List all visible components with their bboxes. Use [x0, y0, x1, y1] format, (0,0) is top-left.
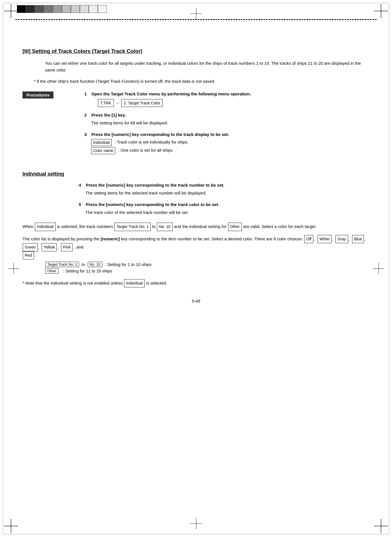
inline-other-key: Other	[228, 223, 242, 231]
inline1-post: and the individual setting for	[174, 224, 228, 229]
track-row1-key1: Target Track No. 1	[45, 262, 79, 267]
individual-key: Individual	[91, 139, 112, 146]
final-note-end: is selected.	[146, 281, 167, 285]
step-2-num: 2	[84, 113, 87, 117]
step-2-desc: The setting items for All will be displa…	[91, 120, 251, 126]
inline-target-track-key: Target Track No. 1	[114, 223, 150, 231]
step-5-body: The track color of the selected track nu…	[85, 209, 370, 216]
intro-text: You can set either one track color for a…	[45, 60, 370, 73]
step-3-text: Press the [numeric] key corresponding to…	[91, 132, 229, 137]
step-1-header: 1 Open the Target Track Color menu by pe…	[84, 91, 251, 96]
track-row1-to: to	[82, 262, 85, 267]
track-table: Target Track No. 1 to No. 10 : Setting f…	[45, 262, 370, 274]
ttrk-menu-box: T.TRK	[98, 99, 114, 107]
step-5-header: 5 Press the [numeric] key corresponding …	[79, 202, 370, 207]
step-5-text: Press the [numeric] key corresponding to…	[86, 202, 219, 207]
color-period: .	[35, 253, 37, 258]
colorname-text: : One color is set for all ships.	[118, 147, 174, 154]
inline-no10-key: No. 10	[157, 223, 172, 231]
procedures-block: Procedures 1 Open the Target Track Color…	[22, 91, 370, 160]
track-row2-key: Other	[45, 268, 58, 274]
step-1-text: Open the Target Track Color menu by perf…	[91, 91, 251, 96]
left-center-crosshair	[8, 263, 19, 274]
individual-setting-title: Individual setting	[22, 171, 370, 177]
step-1-body: T.TRK → 2. Target Track Color	[91, 99, 251, 107]
step-4-header: 4 Press the [numeric] key corresponding …	[79, 183, 370, 187]
corner-mark-br	[374, 519, 388, 533]
step-3-header: 3 Press the [numeric] key corresponding …	[84, 132, 251, 137]
final-individual-key: Individual	[124, 279, 145, 287]
color-choices-para: The color list is displayed by pressing …	[22, 235, 370, 260]
bottom-center-crosshair	[190, 518, 202, 529]
step-4-num: 4	[79, 183, 81, 187]
top-gradient-bar	[17, 5, 107, 13]
step-2-text: Press the [1] key.	[91, 113, 126, 117]
track-row-2: Other : Setting for 11 to 20 ships	[45, 268, 370, 274]
color-off-key: Off	[304, 235, 313, 243]
gradient-box-5	[53, 5, 62, 13]
step-2-body: The setting items for All will be displa…	[91, 120, 251, 126]
step-5-num: 5	[79, 202, 81, 207]
final-note-text: * Note that the individual setting is no…	[22, 281, 124, 285]
track-row1-text: : Setting for 1 to 10 ships	[105, 262, 152, 267]
corner-mark-bl	[4, 519, 18, 533]
color-red-key: Red	[23, 251, 34, 259]
steps-container: 1 Open the Target Track Color menu by pe…	[84, 91, 251, 160]
gradient-box-10	[98, 5, 107, 13]
step-3-num: 3	[84, 132, 87, 137]
step-5: 5 Press the [numeric] key corresponding …	[79, 202, 370, 216]
step-4-text: Press the [numeric] key corresponding to…	[86, 183, 224, 187]
step-3: 3 Press the [numeric] key corresponding …	[84, 132, 251, 154]
step-1-num: 1	[84, 91, 87, 96]
corner-mark-tr	[374, 4, 388, 18]
color-pink-key: Pink	[61, 243, 73, 251]
top-center-crosshair	[190, 8, 202, 19]
inline1-to: to	[152, 224, 157, 229]
target-track-color-box: 2. Target Track Color	[121, 99, 163, 107]
right-center-crosshair	[373, 263, 384, 274]
track-row2-text: : Setting for 11 to 20 ships	[63, 268, 112, 273]
gradient-box-3	[35, 5, 44, 13]
gradient-box-2	[26, 5, 35, 13]
step-2: 2 Press the [1] key. The setting items f…	[84, 113, 251, 126]
final-note: * Note that the individual setting is no…	[22, 279, 370, 287]
option-colorname: Color name : One color is set for all sh…	[91, 147, 251, 154]
color-intro: The color list is displayed by pressing …	[22, 236, 101, 241]
inline1-end: are valid. Select a color for each targe…	[243, 224, 317, 229]
inline-individual-para: When Individual is selected, the track n…	[22, 223, 370, 231]
gradient-box-1	[17, 5, 26, 13]
procedures-badge: Procedures	[22, 91, 53, 99]
color-white-key: White	[317, 235, 332, 243]
track-row1-key2: No. 10	[88, 262, 102, 267]
gradient-box-7	[71, 5, 80, 13]
gradient-box-9	[89, 5, 98, 13]
color-blue-key: Blue	[352, 235, 364, 243]
inline1-pre: When	[22, 224, 35, 229]
individual-text: : Track color is set individually for sh…	[114, 139, 188, 146]
inline1-mid: is selected, the track numbers	[57, 224, 114, 229]
gradient-box-6	[62, 5, 71, 13]
menu-diagram: T.TRK → 2. Target Track Color	[98, 99, 251, 107]
option-individual: Individual : Track color is set individu…	[91, 139, 251, 146]
menu-arrow: →	[116, 100, 120, 106]
step-1: 1 Open the Target Track Color menu by pe…	[84, 91, 251, 107]
inline-individual-key: Individual	[35, 223, 55, 231]
step-2-header: 2 Press the [1] key.	[84, 113, 251, 117]
color-mid: key corresponding to the item number to …	[121, 236, 304, 241]
color-and: , and	[74, 245, 83, 249]
gradient-box-4	[44, 5, 53, 13]
step-5-desc: The track color of the selected track nu…	[85, 209, 370, 216]
step-4: 4 Press the [numeric] key corresponding …	[79, 183, 370, 196]
color-green-key: Green	[23, 243, 38, 251]
step-4-desc: The setting items for the selected track…	[85, 190, 370, 196]
step-4-body: The setting items for the selected track…	[85, 190, 370, 196]
step-3-body: Individual : Track color is set individu…	[91, 139, 251, 154]
corner-mark-tl	[4, 4, 18, 18]
track-row-1: Target Track No. 1 to No. 10 : Setting f…	[45, 262, 370, 267]
main-content: [III] Setting of Track Colors (Target Tr…	[0, 20, 392, 320]
gradient-box-8	[80, 5, 89, 13]
note-text: * If the other ship's track function (Ta…	[34, 78, 370, 85]
color-bold: [numeric]	[101, 236, 120, 241]
colorname-key: Color name	[91, 147, 115, 154]
options-list: Individual : Track color is set individu…	[91, 139, 251, 154]
